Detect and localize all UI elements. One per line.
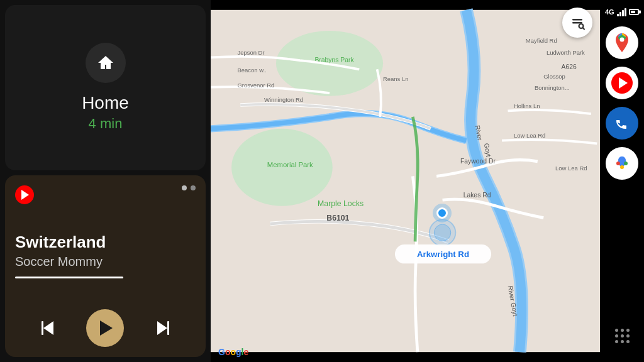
track-artist: Soccer Mommy <box>15 255 196 269</box>
home-icon <box>95 52 116 74</box>
google-logo: Google <box>218 347 248 357</box>
music-card-top <box>15 185 196 204</box>
svg-point-37 <box>620 165 624 169</box>
all-apps-button[interactable] <box>606 319 638 352</box>
svg-text:Glossop: Glossop <box>543 73 565 80</box>
svg-point-33 <box>620 38 625 42</box>
map-search-button[interactable] <box>562 8 592 38</box>
youtube-music-icon <box>15 185 34 204</box>
svg-rect-29 <box>572 19 582 21</box>
home-title: Home <box>82 93 129 113</box>
svg-text:Reans Ln: Reans Ln <box>383 75 408 82</box>
battery-fill <box>631 11 635 13</box>
location-dot <box>436 207 448 219</box>
svg-text:B6101: B6101 <box>326 214 349 222</box>
battery-icon <box>629 9 639 15</box>
svg-point-26 <box>434 224 450 241</box>
yt-play-triangle <box>619 77 628 89</box>
phone-app-icon[interactable] <box>606 107 638 140</box>
svg-point-36 <box>616 162 620 165</box>
grid-dot-9 <box>626 340 630 343</box>
map-svg: Brabyns Park Memorial Park B6101 Faywood… <box>211 0 600 362</box>
track-title: Switzerland <box>15 233 196 252</box>
grid-dot-5 <box>621 334 624 337</box>
grid-dot-3 <box>626 329 630 332</box>
status-bar: 4G <box>600 5 644 19</box>
phone-icon-svg <box>613 114 631 132</box>
svg-text:Faywood Dr: Faywood Dr <box>460 158 496 165</box>
skip-next-button[interactable] <box>157 321 169 335</box>
skip-triangle-left <box>43 321 53 335</box>
maps-app-icon[interactable] <box>606 26 638 59</box>
signal-bar-4 <box>625 8 626 16</box>
network-indicator: 4G <box>605 8 614 16</box>
grid-dot-2 <box>621 329 624 332</box>
music-card: Switzerland Soccer Mommy <box>5 175 206 357</box>
dot-1 <box>182 185 187 190</box>
svg-text:Low Lea Rd: Low Lea Rd <box>555 165 587 172</box>
home-card[interactable]: Home 4 min <box>5 5 206 170</box>
music-info: Switzerland Soccer Mommy <box>15 212 196 309</box>
grid-dot-7 <box>615 340 618 343</box>
signal-bar-2 <box>619 12 621 16</box>
svg-text:Grosvenor Rd: Grosvenor Rd <box>238 82 275 89</box>
youtube-music-app-icon[interactable] <box>606 67 638 99</box>
svg-text:Jepson Dr: Jepson Dr <box>238 49 265 56</box>
left-panel: Home 4 min Switzerland Soccer Mommy <box>0 0 211 362</box>
dot-2 <box>191 185 196 190</box>
svg-text:Ludworth Park: Ludworth Park <box>547 49 585 56</box>
svg-text:A626: A626 <box>562 63 577 70</box>
svg-text:Bonnington...: Bonnington... <box>535 84 570 91</box>
grid-icon-dots <box>615 329 630 343</box>
map-menu-search-icon <box>569 14 586 31</box>
assistant-icon-svg <box>611 153 633 174</box>
location-marker <box>436 207 448 219</box>
yt-play-icon <box>21 190 29 200</box>
grid-dot-8 <box>621 340 624 343</box>
music-controls <box>15 309 196 347</box>
page-dots <box>182 185 196 190</box>
signal-bar-1 <box>617 14 619 16</box>
signal-bar-3 <box>622 10 624 16</box>
skip-next-icon <box>157 321 169 335</box>
home-time: 4 min <box>89 116 123 132</box>
assistant-app-icon[interactable] <box>606 147 638 180</box>
maps-icon-svg <box>611 31 633 54</box>
home-icon-circle <box>86 43 126 83</box>
skip-prev-icon <box>42 321 53 335</box>
svg-text:Memorial Park: Memorial Park <box>267 161 313 168</box>
skip-bar-right <box>167 321 169 335</box>
skip-prev-button[interactable] <box>42 321 53 335</box>
grid-dot-6 <box>626 334 630 337</box>
svg-point-38 <box>624 162 628 165</box>
svg-text:Marple Locks: Marple Locks <box>318 199 364 208</box>
progress-bar <box>15 277 123 278</box>
svg-text:Beacon w..: Beacon w.. <box>238 67 267 74</box>
svg-text:Lakes Rd: Lakes Rd <box>464 192 491 199</box>
svg-text:Hollins Ln: Hollins Ln <box>514 102 540 109</box>
signal-bars <box>617 8 626 16</box>
grid-dot-1 <box>615 329 618 332</box>
skip-triangle-right <box>157 321 167 335</box>
grid-dot-4 <box>615 334 618 337</box>
play-icon <box>100 321 113 336</box>
yt-red-bg <box>611 72 633 94</box>
svg-line-32 <box>583 28 585 30</box>
right-sidebar: 4G <box>600 0 644 362</box>
svg-point-39 <box>619 158 625 164</box>
play-button[interactable] <box>86 309 124 347</box>
svg-text:Mayfield Rd: Mayfield Rd <box>526 37 557 44</box>
svg-text:Low Lea Rd: Low Lea Rd <box>514 132 545 139</box>
svg-text:Winnington Rd: Winnington Rd <box>264 96 303 103</box>
svg-text:Arkwright Rd: Arkwright Rd <box>417 250 469 259</box>
map-area[interactable]: Brabyns Park Memorial Park B6101 Faywood… <box>211 0 600 362</box>
